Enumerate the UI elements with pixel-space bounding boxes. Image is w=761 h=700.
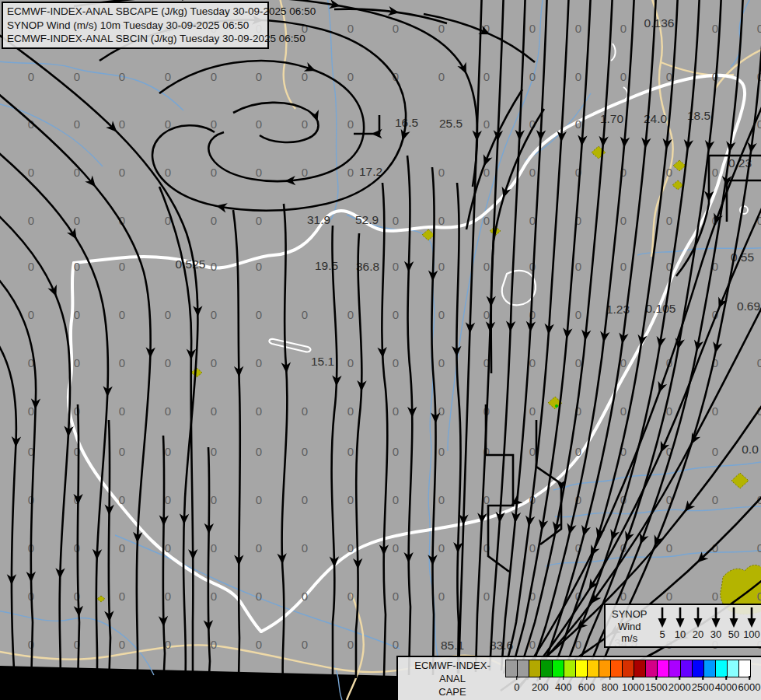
down-arrow-icon [710,607,721,628]
wind-speed-label: 5 [654,628,671,640]
wind-legend-line: m/s [612,632,648,645]
wind-streamlines-layer [0,0,761,700]
cape-tick-label: 2000 [668,681,691,693]
cape-tick-label: 800 [602,681,619,693]
cape-color-swatch [576,660,588,677]
cape-color-swatch [716,660,728,677]
wind-speed-sample: 30 [707,607,724,640]
cape-tick-label: 1000 [622,681,644,693]
wind-speed-sample: 50 [725,607,742,640]
cape-tick-mark [656,676,658,680]
cape-color-swatch [634,660,646,677]
arrowhead-icon [622,530,634,544]
cape-tick-mark [609,676,611,680]
wind-speed-label: 100 [743,628,760,640]
cape-colorbar [505,660,751,677]
cape-tick-mark [749,676,750,680]
cape-tick-label: 1500 [645,681,668,693]
cape-tick-label: 4000 [715,681,738,693]
wind-speed-sample: 5 [654,607,671,640]
wind-speed-label: 50 [725,628,742,640]
cape-color-swatch [588,660,599,677]
arrowhead-icon [47,285,61,299]
cape-tick-mark [539,676,541,680]
cape-tick-label: 0 [514,681,519,693]
cape-color-swatch [623,660,634,677]
wind-legend-panel: SYNOP Wind m/s 510203050100 [604,604,761,648]
cape-colorbar-ticks: 0200400600800100015002000250040006000 [505,676,749,698]
down-arrow-icon [728,607,739,628]
cape-legend-line: CAPE [403,685,502,698]
arrowhead-icon [67,228,81,242]
arrowhead-icon [499,187,511,200]
cape-tick-mark [516,676,518,680]
arrowhead-icon [372,129,382,138]
down-arrow-icon [675,607,686,628]
cape-color-swatch [739,660,750,677]
cape-legend-line: ECMWF-INDEX-ANAL [403,659,502,685]
cape-color-swatch [704,660,716,677]
cape-color-swatch [658,660,669,677]
arrowhead-icon [457,62,470,76]
cape-tick-label: 600 [578,681,595,693]
cape-color-swatch [506,660,518,677]
cape-tick-mark [725,676,727,680]
wind-speed-label: 20 [689,628,707,640]
cape-tick-mark [633,676,634,680]
cape-tick-mark [702,676,703,680]
title-line-sbcape: ECMWF-INDEX-ANAL SBCAPE (J/kg) Tuesday 3… [7,5,264,19]
cape-color-swatch [611,660,623,677]
cape-tick-label: 400 [555,681,572,693]
wind-speed-sample: 10 [672,607,689,640]
wind-speed-sample: 100 [743,607,760,640]
down-arrow-icon [693,607,703,628]
cape-color-swatch [518,660,529,677]
cape-tick-mark [679,676,681,680]
cape-color-swatch [681,660,693,677]
title-line-sbcin: ECMWF-INDEX-ANAL SBCIN (J/kg) Tuesday 30… [7,32,264,46]
arrowhead-icon [656,441,669,455]
wind-legend-line: Wind [612,621,648,633]
map-title-panel: ECMWF-INDEX-ANAL SBCAPE (J/kg) Tuesday 3… [2,2,269,49]
cape-legend-panel: ECMWF-INDEX-ANAL CAPE J/kg 0200400600800… [396,656,761,700]
cape-tick-mark [563,676,564,680]
cape-tick-label: 2500 [692,681,714,693]
down-arrow-icon [657,607,668,628]
arrowhead-icon [579,525,592,538]
weather-map-viewport: 000000000000000.136000000000000000000000… [0,0,761,700]
cape-legend-title: ECMWF-INDEX-ANAL CAPE J/kg [403,659,502,700]
wind-speed-sample: 20 [689,607,707,640]
cape-color-swatch [529,660,541,677]
arrowhead-icon [304,62,318,75]
wind-speed-label: 30 [707,628,724,640]
cape-color-swatch [728,660,739,677]
title-line-wind: SYNOP Wind (m/s) 10m Tuesday 30-09-2025 … [7,19,264,33]
cape-tick-label: 200 [532,681,549,693]
arrowhead-icon [655,381,667,394]
arrowhead-icon [480,154,493,167]
wind-legend-line: SYNOP [612,608,648,621]
cape-color-swatch [646,660,658,677]
cape-tick-label: 6000 [738,681,761,693]
cape-tick-mark [586,676,588,680]
wind-speed-label: 10 [672,628,689,640]
cape-color-swatch [669,660,681,677]
cape-color-swatch [553,660,564,677]
cape-color-swatch [599,660,611,677]
cape-color-swatch [693,660,704,677]
cape-color-swatch [541,660,553,677]
wind-legend-title: SYNOP Wind m/s [612,608,648,645]
down-arrow-icon [746,607,757,628]
cape-color-swatch [564,660,576,677]
